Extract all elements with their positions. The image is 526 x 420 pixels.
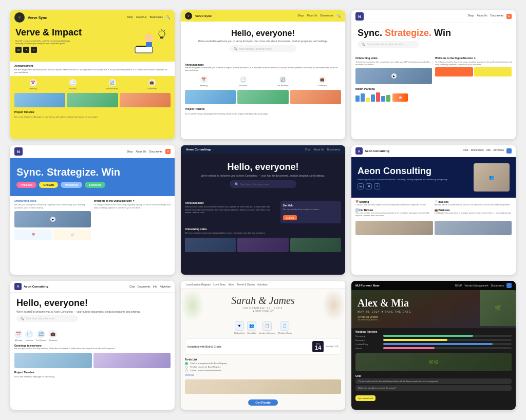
nav-link-3-0[interactable]: Shop: [467, 14, 474, 19]
svg-point-4: [159, 31, 165, 37]
nav-link-6-1[interactable]: Documents: [471, 148, 484, 154]
chat-title-9: Chat: [355, 374, 512, 377]
nav-link-9-2[interactable]: Documents: [491, 284, 504, 287]
nav-link-shop-1[interactable]: Shop: [127, 15, 133, 20]
icon-invoices-1[interactable]: 📄 Invoices: [54, 79, 91, 90]
nav-link-4-1[interactable]: About Us: [136, 150, 146, 153]
nav-link-7-0[interactable]: Chat: [129, 285, 135, 288]
get-help-box: Get Help You can use the form to reach o…: [280, 201, 341, 223]
nav-link-4-2[interactable]: Documents: [149, 150, 162, 153]
month-plan-label-3: Month Planning: [355, 87, 512, 90]
video-thumb-4[interactable]: ▶: [14, 211, 91, 227]
nav-attire[interactable]: Love Story: [213, 283, 226, 286]
card-aeon-consulting[interactable]: A Aeon Consulting Chat Documents Info Ad…: [351, 145, 516, 274]
submit-button[interactable]: Submit: [283, 215, 297, 220]
search-placeholder-2[interactable]: Start learning, discover more: [239, 47, 272, 50]
icon-guest-8[interactable]: 👥 Guest List: [247, 321, 256, 334]
feature-text-6-0: Connect with the best experts who can he…: [355, 203, 433, 206]
tag-process[interactable]: Process: [16, 182, 36, 188]
icon-meeting-2[interactable]: 📅 Meeting: [185, 76, 222, 87]
chart-bar-4: [371, 94, 375, 102]
nav-link-2-0[interactable]: Shop: [297, 14, 304, 18]
video-thumb-3[interactable]: ▶: [355, 68, 432, 84]
nav-link-6-0[interactable]: Chat: [463, 148, 468, 154]
nav-btn-6[interactable]: ·: [506, 148, 512, 154]
svg-rect-3: [146, 42, 152, 47]
bookmark-icon-4: M: [165, 149, 171, 154]
search-ph-3[interactable]: Community, team, ideas & more: [367, 43, 403, 46]
nav-icon-9[interactable]: ·: [506, 283, 512, 288]
icon-meeting-1[interactable]: 📅 Meeting: [14, 79, 52, 90]
icon-customers-2[interactable]: 💼 Customers: [304, 76, 341, 87]
search-icon-7: 🔍: [21, 317, 24, 320]
tag-planning[interactable]: Planning: [61, 182, 82, 188]
hero-subtitle-1: Get the resources and tools - and the co…: [15, 40, 77, 45]
nav-link-7-2[interactable]: Info: [153, 285, 157, 288]
nav-attire-link[interactable]: Attire: [228, 283, 234, 286]
nav-link-3-2[interactable]: Documents: [491, 14, 503, 19]
twitter-icon[interactable]: ✕: [23, 47, 29, 53]
aeon-photo-1: [355, 221, 433, 235]
wedding-photo-9: 🌿🌿: [355, 353, 512, 371]
view-all-8[interactable]: View All: [185, 373, 341, 376]
search-ph-7[interactable]: Start here, discover more: [26, 317, 54, 320]
chart-bar-7: [386, 95, 390, 102]
nav-link-5-0[interactable]: Chat: [305, 148, 311, 151]
play-button-4[interactable]: ▶: [50, 217, 55, 222]
facebook-icon[interactable]: f: [31, 47, 37, 53]
nav-link-9-1[interactable]: Vendor Management: [464, 284, 488, 287]
nav-link-9-0[interactable]: RSVP: [455, 284, 462, 287]
social-facebook-6[interactable]: f: [374, 183, 380, 189]
nav-link-7-3[interactable]: Advertise: [160, 285, 171, 288]
nav-activities[interactable]: Activities: [257, 283, 268, 286]
card-sarah-james[interactable]: LoveSession Registry Love Story Attire T…: [181, 281, 345, 410]
nav-link-2-2[interactable]: Businesses: [320, 14, 333, 18]
icon-reviews-1[interactable]: 🔄 Get Reviews: [93, 79, 131, 90]
nav-link-5-2[interactable]: Documents: [327, 148, 340, 151]
icon-vendors-8[interactable]: 📋 Vendors Contacts: [259, 321, 275, 334]
nav-link-6-2[interactable]: Info: [486, 148, 491, 154]
nav-link-about-1[interactable]: About Us: [136, 15, 147, 20]
nav-travel[interactable]: Travel & Groom: [237, 283, 255, 286]
icon-meeting-7[interactable]: 📅 Meeting: [14, 330, 23, 341]
icon-reviews-2[interactable]: 🔄 Get Reviews: [264, 76, 302, 87]
card-hello-dark[interactable]: Aeon Consulting Chat About Us Documents …: [181, 145, 345, 274]
hero-title-3: Sync. Strategize. Win: [358, 28, 510, 39]
nav-logo-1: Verve Sync: [28, 16, 47, 20]
nav-link-6-3[interactable]: Advertise: [493, 148, 504, 154]
search-icon-2[interactable]: 🔍: [336, 14, 341, 18]
nav-link-3-1[interactable]: About Us: [477, 14, 487, 19]
tag-solution[interactable]: Solution: [85, 182, 105, 188]
card-hello-yellow-nav[interactable]: V Verve Sync Shop About Us Businesses 🔍 …: [181, 10, 345, 139]
icon-customers-1[interactable]: 💼 Customers: [133, 79, 171, 90]
tag-growth[interactable]: Growth: [39, 182, 58, 188]
card-sync-light[interactable]: N Shop About Us Documents M Sync. Strate…: [351, 10, 516, 139]
linkedin-icon[interactable]: in: [15, 47, 22, 53]
social-twitter-6[interactable]: ✕: [366, 183, 372, 189]
card-sync-blue[interactable]: N Shop About Us Documents M Sync. Strate…: [10, 145, 175, 274]
search-ph-5[interactable]: Start here, discover more: [240, 183, 269, 186]
nav-logo-4-icon: N: [17, 149, 20, 154]
icon-invoices-7[interactable]: 📄 Invoices: [25, 330, 33, 341]
play-button-3[interactable]: ▶: [391, 73, 397, 79]
card-verve-impact-yellow[interactable]: V Verve Sync Shop About Us Businesses 🔍 …: [10, 10, 175, 139]
nav-love-story[interactable]: LoveSession Registry: [186, 283, 211, 286]
social-linkedin-6[interactable]: in: [358, 183, 364, 189]
nav-link-5-1[interactable]: About Us: [313, 148, 324, 151]
nav-link-4-0[interactable]: Shop: [126, 150, 133, 153]
icon-invoices-2[interactable]: 📄 Invoices: [224, 76, 262, 87]
icon-rings-8[interactable]: 💍 Wedding Rings: [278, 321, 292, 334]
icon-review-7[interactable]: 🔄 For Review: [36, 330, 46, 341]
icon-budget-8[interactable]: ♥ Budget List: [234, 321, 245, 334]
card-aeon-hello[interactable]: A Aeon Consulting Chat Documents Info Ad…: [10, 281, 175, 410]
proj-label-7: Project Timeline: [10, 370, 175, 375]
icon-business-7[interactable]: 💼 Business: [49, 330, 57, 341]
search-icon-1[interactable]: 🔍: [166, 15, 171, 20]
get-ready-btn[interactable]: Get Ready: [248, 399, 278, 406]
nav-link-2-1[interactable]: About Us: [307, 14, 317, 18]
timeline-label-3: Cocktail Party: [355, 343, 381, 346]
nav-link-biz-1[interactable]: Businesses: [149, 15, 163, 20]
card-alex-mia[interactable]: MJ Forever Now RSVP Vendor Management Do…: [351, 281, 516, 410]
hero-subtitle-6: Partnering with you to succeed with Aeon…: [358, 178, 469, 181]
nav-link-7-1[interactable]: Documents: [138, 285, 151, 288]
